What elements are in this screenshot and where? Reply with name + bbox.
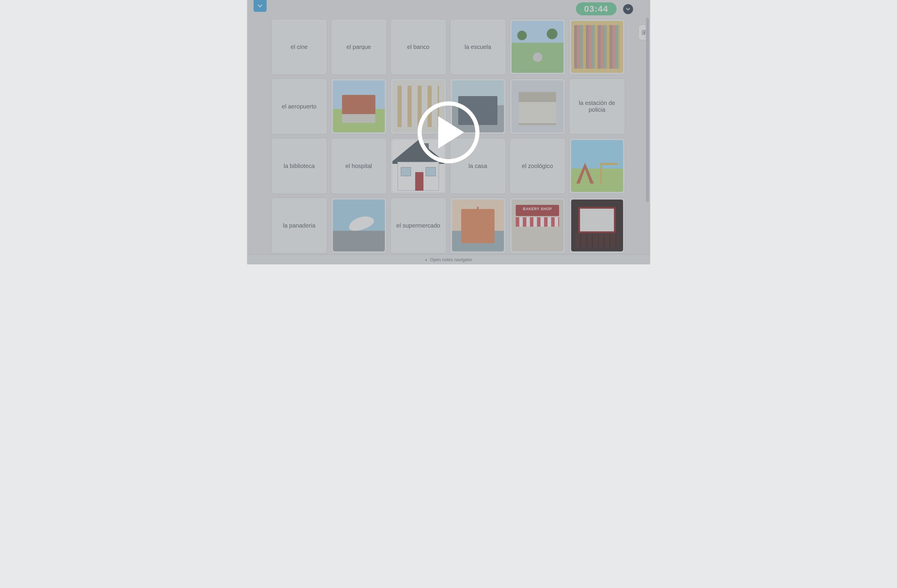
video-preview-overlay[interactable] bbox=[247, 0, 650, 264]
app-stage: 03:44 el cineel parqueel bancola escuela… bbox=[247, 0, 650, 264]
play-button[interactable] bbox=[418, 101, 479, 163]
play-icon bbox=[435, 116, 467, 148]
svg-marker-1 bbox=[438, 116, 464, 148]
